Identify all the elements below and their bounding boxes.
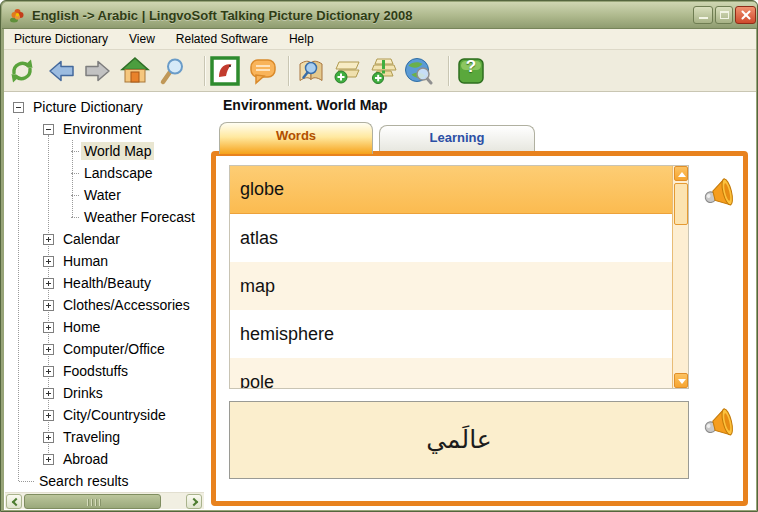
minimize-button[interactable] bbox=[693, 6, 713, 24]
word-list-item[interactable]: pole bbox=[230, 358, 673, 389]
scrollbar-thumb[interactable] bbox=[674, 183, 688, 225]
menu-related-software[interactable]: Related Software bbox=[168, 29, 276, 49]
arrow-down-icon bbox=[678, 379, 686, 384]
picture-view-button[interactable] bbox=[207, 53, 243, 89]
word-list-item[interactable]: map bbox=[230, 262, 673, 310]
speaker-icon bbox=[701, 407, 737, 441]
word-list-scrollbar[interactable] bbox=[672, 166, 688, 388]
add-set-to-flashcards-button[interactable] bbox=[365, 53, 401, 89]
expander-minus-icon[interactable] bbox=[13, 102, 24, 113]
pronounce-translation-button[interactable] bbox=[701, 407, 737, 441]
expander-plus-icon[interactable] bbox=[43, 454, 54, 465]
tab-learning[interactable]: Learning bbox=[379, 125, 535, 152]
question-mark-glyph: ? bbox=[453, 57, 489, 77]
tree-item-picture-dictionary: Picture Dictionary bbox=[5, 96, 204, 118]
scroll-up-button[interactable] bbox=[674, 166, 688, 181]
word-list: globe atlas map hemisphere pole bbox=[229, 165, 689, 389]
picture-view-icon bbox=[210, 56, 240, 86]
back-arrow-icon bbox=[47, 56, 77, 86]
expander-plus-icon[interactable] bbox=[43, 234, 54, 245]
expander-plus-icon[interactable] bbox=[43, 300, 54, 311]
globe-search-icon bbox=[403, 56, 433, 86]
word-list-item[interactable]: atlas bbox=[230, 214, 673, 262]
expander-plus-icon[interactable] bbox=[43, 366, 54, 377]
book-search-icon bbox=[296, 56, 326, 86]
help-button[interactable]: ? bbox=[453, 53, 489, 89]
tree-item-foodstuffs: Foodstuffs bbox=[5, 360, 204, 382]
switch-direction-button[interactable] bbox=[4, 53, 40, 89]
minimize-icon bbox=[699, 17, 708, 19]
expander-plus-icon[interactable] bbox=[43, 410, 54, 421]
maximize-button[interactable] bbox=[715, 6, 733, 24]
chevron-left-icon bbox=[12, 498, 20, 506]
category-tree: Picture Dictionary Environment World Map… bbox=[5, 94, 204, 509]
dictionary-search-button[interactable] bbox=[293, 53, 329, 89]
forward-button[interactable] bbox=[79, 53, 115, 89]
tree-item-home: Home bbox=[5, 316, 204, 338]
add-cardset-icon bbox=[368, 56, 398, 86]
search-icon bbox=[158, 56, 188, 86]
scroll-right-button[interactable] bbox=[186, 494, 202, 509]
toolbar-separator bbox=[288, 56, 289, 86]
tree-item-abroad: Abroad bbox=[5, 448, 204, 470]
tree-item-clothes-accessories: Clothes/Accessories bbox=[5, 294, 204, 316]
chevron-right-icon bbox=[190, 498, 198, 506]
tree-item-health-beauty: Health/Beauty bbox=[5, 272, 204, 294]
page-title: Environment. World Map bbox=[223, 97, 388, 113]
tree-item-traveling: Traveling bbox=[5, 426, 204, 448]
tab-words[interactable]: Words bbox=[219, 122, 373, 154]
tree-horizontal-scrollbar[interactable] bbox=[5, 492, 204, 509]
toolbar-separator bbox=[204, 56, 205, 86]
menu-picture-dictionary[interactable]: Picture Dictionary bbox=[6, 29, 116, 49]
toolbar-separator bbox=[448, 56, 449, 86]
speaker-icon bbox=[701, 177, 737, 211]
maximize-icon bbox=[720, 11, 729, 19]
switch-direction-icon bbox=[7, 56, 37, 86]
scroll-down-button[interactable] bbox=[674, 373, 688, 388]
word-list-item-selected[interactable]: globe bbox=[230, 166, 673, 214]
add-to-flashcards-button[interactable] bbox=[329, 53, 365, 89]
app-window: English -> Arabic | LingvoSoft Talking P… bbox=[0, 0, 758, 512]
tree-item-human: Human bbox=[5, 250, 204, 272]
pronounce-word-button[interactable] bbox=[701, 177, 737, 211]
search-button[interactable] bbox=[155, 53, 191, 89]
translation-display: عالَمي bbox=[229, 401, 689, 479]
tree-item-search-results: Search results bbox=[5, 470, 204, 492]
add-card-icon bbox=[332, 56, 362, 86]
forward-arrow-icon bbox=[82, 56, 112, 86]
expander-plus-icon[interactable] bbox=[43, 278, 54, 289]
tree-rows: Picture Dictionary Environment World Map… bbox=[5, 96, 204, 492]
menu-view[interactable]: View bbox=[121, 29, 163, 49]
expander-plus-icon[interactable] bbox=[43, 322, 54, 333]
expander-plus-icon[interactable] bbox=[43, 256, 54, 267]
scrollbar-thumb[interactable] bbox=[24, 494, 161, 509]
menu-help[interactable]: Help bbox=[281, 29, 322, 49]
tree-item-environment: Environment bbox=[5, 118, 204, 140]
expander-minus-icon[interactable] bbox=[43, 124, 54, 135]
pronounce-bubble-button[interactable] bbox=[245, 53, 281, 89]
home-button[interactable] bbox=[117, 53, 153, 89]
tree-item-computer-office: Computer/Office bbox=[5, 338, 204, 360]
tree-item-drinks: Drinks bbox=[5, 382, 204, 404]
tree-item-city-countryside: City/Countryside bbox=[5, 404, 204, 426]
tree-item-weather-forecast: Weather Forecast bbox=[5, 206, 204, 228]
home-icon bbox=[120, 56, 150, 86]
close-button[interactable] bbox=[735, 6, 756, 24]
window-title: English -> Arabic | LingvoSoft Talking P… bbox=[32, 8, 412, 23]
tree-item-landscape: Landscape bbox=[5, 162, 204, 184]
toolbar: ? bbox=[4, 50, 756, 92]
tree-item-calendar: Calendar bbox=[5, 228, 204, 250]
back-button[interactable] bbox=[44, 53, 80, 89]
tree-item-world-map: World Map bbox=[5, 140, 204, 162]
expander-plus-icon[interactable] bbox=[43, 432, 54, 443]
speech-bubble-icon bbox=[248, 56, 278, 86]
app-flower-icon[interactable] bbox=[9, 7, 26, 24]
expander-plus-icon[interactable] bbox=[43, 344, 54, 355]
menu-bar: Picture Dictionary View Related Software… bbox=[4, 29, 756, 50]
arrow-up-icon bbox=[678, 172, 686, 177]
title-bar[interactable]: English -> Arabic | LingvoSoft Talking P… bbox=[2, 2, 758, 29]
scroll-left-button[interactable] bbox=[6, 494, 22, 509]
expander-plus-icon[interactable] bbox=[43, 388, 54, 399]
word-list-item[interactable]: hemisphere bbox=[230, 310, 673, 358]
online-search-button[interactable] bbox=[400, 53, 436, 89]
